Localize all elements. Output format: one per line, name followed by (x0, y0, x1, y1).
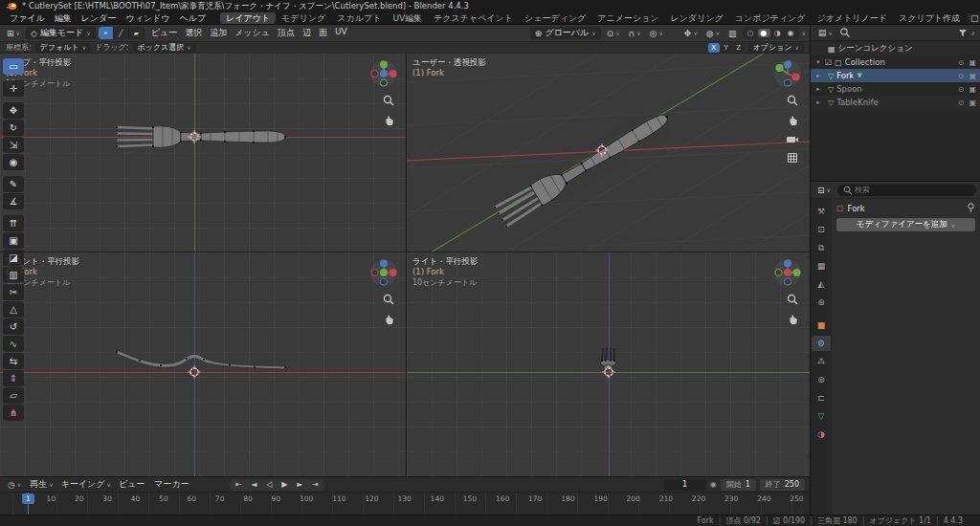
outliner-row-scene-collection[interactable]: ▦ シーンコレクション ⊙ ▣ (811, 42, 980, 55)
workspace-tab-animation[interactable]: アニメーション (591, 12, 664, 24)
tool-smooth[interactable]: ∿ (3, 336, 24, 352)
workspace-tab-shading[interactable]: シェーディング (519, 12, 591, 24)
zoom-icon[interactable] (382, 94, 395, 107)
outliner-row-fork[interactable]: ▸ ▽ Fork ▼ ⊙ ▣ (811, 69, 980, 82)
timeline-ruler[interactable]: 1102030405060708090100110120130140150160… (0, 492, 810, 515)
properties-tab-data[interactable]: ▽ (812, 408, 831, 424)
viewport-front[interactable]: フロント・平行投影 (1) Fork 10センチメートル (0, 252, 406, 476)
navigation-gizmo[interactable] (773, 258, 802, 287)
prev-keyframe-button[interactable]: ◄ (247, 479, 261, 491)
workspace-tab-modeling[interactable]: モデリング (276, 12, 331, 24)
tool-shear[interactable]: ▱ (3, 387, 24, 404)
xray-toggle-button[interactable]: ▥ (725, 27, 740, 39)
properties-tab-material[interactable]: ◑ (812, 427, 831, 442)
visibility-eye-icon[interactable]: ⊙ (958, 85, 965, 94)
chevron-down-icon[interactable]: ∨ (971, 30, 975, 36)
tool-rotate[interactable]: ↻ (3, 120, 24, 136)
properties-search-input[interactable] (855, 186, 970, 194)
workspace-tab-scripting[interactable]: スクリプト作成 (893, 12, 966, 24)
tool-spin[interactable]: ↺ (3, 318, 24, 335)
auto-keying-icon[interactable]: ◉ (710, 480, 717, 489)
frame-end-field[interactable]: 終了250 (760, 479, 805, 491)
viewport-menu-select[interactable]: 選択 (181, 27, 206, 39)
ar-selector[interactable]: ▢AR∨ (967, 13, 980, 24)
pivot-point-button[interactable]: ⊙∨ (604, 27, 623, 39)
tool-knife[interactable]: ✂ (3, 284, 24, 300)
viewport-top[interactable]: トップ・平行投影 (1) Fork 10センチメートル (0, 54, 406, 252)
pan-hand-icon[interactable] (786, 312, 799, 325)
orientation-setting-dropdown[interactable]: デフォルト∨ (35, 43, 91, 53)
face-select-button[interactable]: ▰ (129, 27, 145, 39)
viewport-menu-vertex[interactable]: 頂点 (274, 27, 299, 39)
viewport-menu-mesh[interactable]: メッシュ (231, 27, 274, 39)
menu-render[interactable]: レンダー (77, 13, 122, 23)
workspace-tab-sculpt[interactable]: スカルプト (331, 12, 387, 24)
tool-poly-build[interactable]: △ (3, 301, 24, 318)
tool-extrude-region[interactable]: ⇈ (3, 215, 24, 231)
timeline-menu-marker[interactable]: マーカー (150, 478, 194, 491)
properties-editor-type-button[interactable]: ⊟∨ (814, 184, 834, 196)
tool-measure[interactable]: ∡ (3, 193, 24, 209)
camera-view-icon[interactable] (786, 132, 799, 145)
overlays-button[interactable]: ◍∨ (703, 27, 723, 39)
navigation-gizmo[interactable] (773, 59, 802, 88)
playhead-frame-label[interactable]: 1 (22, 493, 34, 504)
current-frame-field[interactable]: 1 (664, 479, 706, 491)
drag-setting-dropdown[interactable]: ボックス選択∨ (133, 43, 196, 53)
menu-edit[interactable]: 編集 (50, 13, 77, 23)
menu-help[interactable]: ヘルプ (175, 13, 212, 23)
properties-tab-render[interactable]: ⊡ (812, 222, 831, 237)
viewport-menu-edge[interactable]: 辺 (299, 27, 315, 39)
properties-tab-scene[interactable]: ◭ (812, 276, 831, 292)
render-visibility-icon[interactable]: ▣ (969, 72, 976, 80)
timeline-editor-type-button[interactable]: ◷∨ (5, 478, 24, 491)
vertex-select-button[interactable]: • (99, 27, 114, 39)
timeline-menu-keying[interactable]: キーイング∨ (57, 478, 115, 491)
mirror-z-toggle[interactable]: Z (733, 43, 745, 53)
properties-tab-particles[interactable]: ⁂ (812, 354, 831, 369)
viewport-right[interactable]: ライト・平行投影 (1) Fork 10センチメートル (407, 252, 810, 476)
tool-shrink-fatten[interactable]: ⇕ (3, 370, 24, 386)
navigation-gizmo[interactable] (369, 59, 398, 88)
visibility-eye-icon[interactable]: ⊙ (958, 72, 965, 80)
visibility-eye-icon[interactable]: ⊙ (958, 99, 965, 107)
tool-annotate[interactable]: ✎ (3, 176, 24, 192)
tool-bevel[interactable]: ◪ (3, 250, 24, 266)
tool-cursor[interactable]: ✛ (3, 80, 24, 97)
tool-rip-region[interactable]: ⋔ (3, 405, 24, 421)
pin-icon[interactable] (967, 203, 975, 213)
visibility-eye-icon[interactable]: ⊙ (958, 58, 965, 67)
properties-search[interactable] (837, 185, 976, 196)
zoom-icon[interactable] (382, 293, 395, 306)
mirror-x-toggle[interactable]: X (708, 43, 720, 53)
show-gizmo-button[interactable]: ✥∨ (681, 27, 701, 39)
tool-select-box[interactable]: ▭ (3, 58, 24, 75)
timeline-menu-playback[interactable]: 再生∨ (26, 478, 56, 491)
properties-tab-world[interactable]: ⊛ (812, 295, 831, 310)
editor-type-button[interactable]: ⊞∨ (4, 27, 23, 39)
properties-tab-output[interactable]: ⧉ (812, 240, 831, 255)
viewport-menu-add[interactable]: 追加 (206, 27, 231, 39)
pan-hand-icon[interactable] (382, 312, 395, 325)
tool-transform[interactable]: ◉ (3, 154, 24, 170)
timeline-menu-view[interactable]: ビュー (115, 478, 150, 491)
properties-tab-view-layer[interactable]: ▦ (812, 258, 831, 274)
breadcrumb-object-name[interactable]: Fork (848, 204, 865, 213)
workspace-tab-uv-editing[interactable]: UV編集 (387, 12, 428, 24)
tool-edge-slide[interactable]: ⇆ (3, 353, 24, 369)
properties-tab-physics[interactable]: ⊚ (812, 372, 831, 387)
pan-hand-icon[interactable] (382, 113, 395, 126)
outliner-editor-type-button[interactable]: ▤∨ (815, 27, 835, 39)
workspace-tab-layout[interactable]: レイアウト (220, 12, 276, 24)
jump-to-end-button[interactable]: ⇥ (308, 479, 323, 491)
workspace-tab-geometry-nodes[interactable]: ジオメトリノード (812, 12, 893, 24)
snap-button[interactable]: ∩∨ (626, 27, 644, 39)
viewport-menu-uv[interactable]: UV (331, 27, 351, 39)
tool-move[interactable]: ✥ (3, 102, 24, 119)
search-icon[interactable] (839, 27, 851, 38)
viewport-menu-view[interactable]: ビュー (147, 27, 181, 39)
frame-start-field[interactable]: 開始1 (721, 479, 756, 491)
shading-dropdown-icon[interactable]: ∨ (802, 30, 806, 36)
menu-file[interactable]: ファイル (5, 13, 50, 23)
mirror-y-toggle[interactable]: Y (721, 43, 732, 53)
